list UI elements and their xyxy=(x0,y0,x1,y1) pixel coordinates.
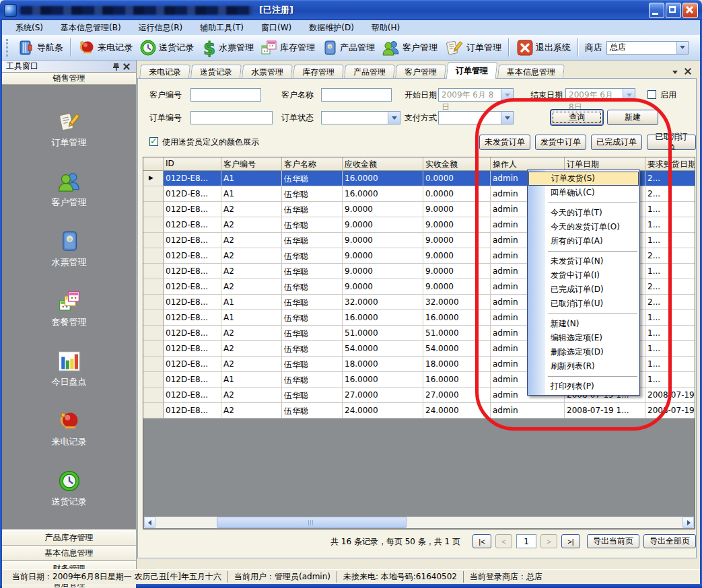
menu-item[interactable]: 帮助(H) xyxy=(363,21,408,35)
customer-no-input[interactable] xyxy=(190,88,261,102)
context-menu-item[interactable]: 发货中订单(I) xyxy=(528,268,639,283)
context-menu-item[interactable]: 回单确认(C) xyxy=(528,186,639,200)
sidebar-group[interactable]: 基本信息管理 xyxy=(2,546,136,561)
chevron-down-icon[interactable] xyxy=(623,89,635,101)
chevron-down-icon[interactable] xyxy=(501,112,513,124)
context-menu-item[interactable]: 已完成订单(D) xyxy=(528,283,639,297)
context-menu-item[interactable]: 打印列表(P) xyxy=(528,379,639,394)
sidebar-item-package-mgmt[interactable]: 套餐管理 xyxy=(29,290,110,350)
prev-page-button[interactable]: < xyxy=(495,534,512,548)
tab[interactable]: 订单管理 xyxy=(446,62,498,79)
customer-name-input[interactable] xyxy=(321,88,392,102)
toolbar-delivery-record-button[interactable]: 送货记录 xyxy=(136,38,197,58)
minimize-button[interactable] xyxy=(649,3,664,18)
column-header-id[interactable]: ID xyxy=(164,157,221,171)
sidebar-group-sales[interactable]: 销售管理 xyxy=(2,73,136,85)
scroll-right-icon[interactable] xyxy=(682,517,694,528)
export-current-page-button[interactable]: 导出当前页 xyxy=(587,534,639,548)
toolbar-call-record-button[interactable]: 来电记录 xyxy=(75,38,136,58)
filter-unshipped-button[interactable]: 未发货订单 xyxy=(479,135,530,150)
menu-item[interactable]: 系统(S) xyxy=(7,21,51,35)
toolbar-customer-button[interactable]: 客户管理 xyxy=(378,38,441,58)
tool-window-close-icon[interactable] xyxy=(121,61,132,72)
chevron-down-icon[interactable] xyxy=(501,89,513,101)
context-menu-item[interactable]: 新建(N) xyxy=(528,317,639,331)
sidebar-item-daily-check[interactable]: 今日盘点 xyxy=(29,350,110,410)
order-no-input[interactable] xyxy=(190,111,273,124)
sidebar-item-order-mgmt[interactable]: 订单管理 xyxy=(29,110,110,170)
toolbar-exit-button[interactable]: 退出系统 xyxy=(513,38,574,58)
context-menu-item[interactable]: 今天的发货订单(O) xyxy=(528,220,639,234)
tab[interactable]: 产品管理 xyxy=(344,65,395,79)
toolbar-order-button[interactable]: 订单管理 xyxy=(441,38,505,58)
end-date-picker[interactable]: 2009年 6月 8日 xyxy=(565,88,635,102)
toolbar-grip[interactable] xyxy=(6,39,10,57)
filter-shipping-button[interactable]: 发货中订单 xyxy=(535,135,586,150)
maximize-button[interactable] xyxy=(666,3,681,18)
context-menu-item[interactable] xyxy=(528,373,639,379)
toolbar-inventory-button[interactable]: 库存管理 xyxy=(257,38,318,58)
pin-icon[interactable] xyxy=(110,61,121,72)
sidebar-group[interactable]: 产品库存管理 xyxy=(2,530,136,546)
tab[interactable]: 来电记录 xyxy=(139,65,190,79)
context-menu-item[interactable]: 订单发货(S) xyxy=(528,172,639,186)
order-status-select[interactable] xyxy=(321,111,400,124)
menu-item[interactable]: 窗口(W) xyxy=(253,21,300,35)
enable-checkbox[interactable] xyxy=(647,90,656,99)
filter-completed-button[interactable]: 已完成订单 xyxy=(591,135,642,150)
menu-item[interactable]: 基本信息管理(B) xyxy=(52,21,129,35)
menu-item[interactable]: 运行信息(R) xyxy=(131,21,191,35)
column-header-customer-name[interactable]: 客户名称 xyxy=(282,157,343,171)
sidebar-item-call-record[interactable]: 来电记录 xyxy=(29,410,110,470)
context-menu-item[interactable]: 刷新列表(R) xyxy=(528,359,639,373)
context-menu-item[interactable]: 未发货订单(N) xyxy=(528,254,639,268)
chevron-down-icon[interactable] xyxy=(676,42,688,54)
scroll-left-icon[interactable] xyxy=(144,517,155,528)
sidebar-item-customer-mgmt[interactable]: 客户管理 xyxy=(29,170,110,230)
column-header-operator[interactable]: 操作人 xyxy=(491,157,565,171)
chevron-down-icon[interactable] xyxy=(388,112,400,124)
menu-item[interactable]: 数据维护(D) xyxy=(301,21,362,35)
tab[interactable]: 客户管理 xyxy=(395,65,446,79)
tab-close-icon[interactable] xyxy=(685,68,691,75)
scrollbar-thumb[interactable] xyxy=(217,517,407,528)
start-date-picker[interactable]: 2009年 6月 8日 xyxy=(438,88,514,102)
table-row[interactable]: 012D-E8... A2 伍华聪 24.0000 24.0000 admin … xyxy=(143,403,695,418)
close-button[interactable] xyxy=(682,3,698,18)
toolbar-water-ticket-button[interactable]: $ 水票管理 xyxy=(197,37,257,59)
first-page-button[interactable]: |< xyxy=(472,534,491,548)
next-page-button[interactable]: > xyxy=(540,534,557,548)
column-header-received[interactable]: 实收金额 xyxy=(423,157,491,171)
context-menu-item[interactable]: 今天的订单(T) xyxy=(528,206,639,220)
toolbar-nav-button[interactable]: 导航条 xyxy=(14,38,67,58)
delivery-color-checkbox[interactable] xyxy=(149,137,158,146)
context-menu-item[interactable] xyxy=(528,200,639,206)
sidebar-item-water-ticket-mgmt[interactable]: ★ 水票管理 xyxy=(29,230,110,290)
new-button[interactable]: 新建 xyxy=(607,110,658,125)
horizontal-scrollbar[interactable] xyxy=(144,517,694,528)
column-header-receivable[interactable]: 应收金额 xyxy=(343,157,423,171)
pay-method-select[interactable] xyxy=(438,111,514,124)
query-button[interactable]: 查询 xyxy=(551,110,603,125)
sidebar-item-delivery-record[interactable]: 送货记录 xyxy=(29,470,110,529)
context-menu-item[interactable] xyxy=(528,311,639,317)
context-menu-item[interactable] xyxy=(528,248,639,254)
column-header-order-date[interactable]: 订单日期 xyxy=(565,157,645,171)
shop-select[interactable]: 总店 xyxy=(606,41,689,54)
last-page-button[interactable]: >| xyxy=(561,534,580,548)
filter-cancelled-button[interactable]: 已取消订单 xyxy=(647,135,696,150)
tab[interactable]: 送货记录 xyxy=(190,65,242,79)
context-menu-item[interactable]: 删除选定项(D) xyxy=(528,345,639,359)
context-menu-item[interactable]: 编辑选定项(E) xyxy=(528,331,639,345)
column-header-customer-no[interactable]: 客户编号 xyxy=(221,157,282,171)
menu-item[interactable]: 辅助工具(T) xyxy=(192,21,252,35)
toolbar-product-button[interactable]: ★ 产品管理 xyxy=(318,38,378,58)
context-menu-item[interactable]: 所有的订单(A) xyxy=(528,234,639,248)
page-number-input[interactable] xyxy=(516,534,536,548)
export-all-pages-button[interactable]: 导出全部页 xyxy=(643,534,696,548)
tab[interactable]: 基本信息管理 xyxy=(497,65,565,79)
tab[interactable]: 水票管理 xyxy=(242,65,293,79)
tab[interactable]: 库存管理 xyxy=(293,65,344,79)
column-header-required-date[interactable]: 要求到货日期 xyxy=(645,157,695,171)
tab-dropdown-icon[interactable] xyxy=(672,67,678,76)
